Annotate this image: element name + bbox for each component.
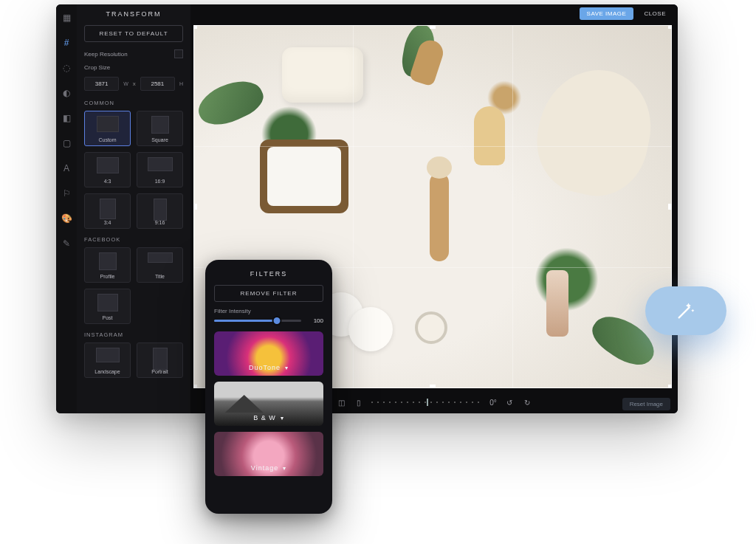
filters-title: FILTERS bbox=[214, 270, 323, 278]
width-suffix: W bbox=[123, 81, 128, 86]
close-button[interactable]: CLOSE bbox=[638, 7, 672, 20]
section-facebook-label: FACEBOOK bbox=[84, 236, 183, 243]
rotate-cw-icon[interactable]: ↻ bbox=[522, 397, 532, 407]
adjust-icon[interactable]: ◐ bbox=[61, 87, 72, 99]
chevron-down-icon: ▾ bbox=[281, 415, 284, 421]
preset-ig-landscape[interactable]: Landscape bbox=[84, 342, 131, 378]
text-icon[interactable]: A bbox=[61, 162, 72, 174]
filters-panel: FILTERS REMOVE FILTER Filter Intensity 1… bbox=[205, 260, 332, 514]
preset-fb-profile[interactable]: Profile bbox=[84, 247, 131, 283]
preset-4-3[interactable]: 4:3 bbox=[84, 152, 131, 187]
section-instagram-label: INSTAGRAM bbox=[84, 331, 183, 338]
chevron-down-icon: ▾ bbox=[285, 365, 289, 371]
height-suffix: H bbox=[179, 81, 183, 86]
save-image-button[interactable]: SAVE IMAGE bbox=[580, 7, 634, 20]
filter-label: DuoTone bbox=[249, 364, 281, 371]
brush-icon[interactable]: ✎ bbox=[61, 238, 72, 249]
frame-icon[interactable]: ▢ bbox=[61, 137, 72, 149]
preset-custom[interactable]: Custom bbox=[84, 111, 131, 146]
chevron-down-icon: ▾ bbox=[283, 465, 286, 472]
flip-vertical-icon[interactable]: ▯ bbox=[354, 397, 364, 407]
slider-knob[interactable] bbox=[272, 316, 281, 326]
topbar: SAVE IMAGE CLOSE bbox=[190, 4, 678, 22]
flip-horizontal-icon[interactable]: ◫ bbox=[336, 397, 346, 407]
remove-filter-button[interactable]: REMOVE FILTER bbox=[214, 285, 323, 302]
section-common-label: COMMON bbox=[84, 100, 183, 106]
keep-resolution-checkbox[interactable] bbox=[174, 49, 183, 58]
keep-resolution-label: Keep Resolution bbox=[84, 51, 128, 58]
preset-9-16[interactable]: 9:16 bbox=[137, 193, 183, 229]
rotate-ccw-icon[interactable]: ↺ bbox=[504, 397, 515, 407]
dim-separator: x bbox=[133, 80, 136, 87]
preset-fb-post[interactable]: Post bbox=[84, 289, 131, 324]
magic-wand-icon bbox=[676, 300, 696, 321]
filter-label: B & W bbox=[253, 414, 276, 421]
crop-width-input[interactable]: 3871 bbox=[84, 77, 119, 91]
reset-to-default-button[interactable]: RESET TO DEFAULT bbox=[84, 25, 183, 42]
tool-rail: ▦ # ◌ ◐ ◧ ▢ A ⚐ 🎨 ✎ bbox=[56, 4, 77, 413]
preset-16-9[interactable]: 16:9 bbox=[137, 152, 183, 187]
preset-grid-facebook: Profile Title Post bbox=[84, 247, 183, 324]
panel-title: TRANSFORM bbox=[84, 10, 183, 18]
filter-intensity-slider[interactable] bbox=[214, 320, 301, 322]
grid-icon[interactable]: ▦ bbox=[61, 12, 72, 24]
reset-image-button[interactable]: Reset Image bbox=[622, 398, 670, 410]
preset-ig-portrait[interactable]: Portrait bbox=[137, 342, 183, 378]
preset-square[interactable]: Square bbox=[137, 111, 183, 146]
filter-vintage[interactable]: Vintage▾ bbox=[214, 432, 323, 476]
filter-intensity-label: Filter Intensity bbox=[214, 308, 323, 314]
crop-size-label: Crop Size bbox=[84, 64, 110, 71]
crop-icon[interactable]: # bbox=[61, 37, 72, 49]
darkroom-icon[interactable]: ◧ bbox=[61, 112, 72, 124]
magic-wand-fab[interactable] bbox=[645, 286, 726, 335]
filter-label: Vintage bbox=[251, 464, 278, 472]
palette-icon[interactable]: 🎨 bbox=[61, 213, 72, 224]
preset-grid-common: Custom Square 4:3 16:9 3:4 9:16 bbox=[84, 111, 183, 229]
filter-duotone[interactable]: DuoTone▾ bbox=[214, 331, 323, 376]
preset-3-4[interactable]: 3:4 bbox=[84, 193, 131, 229]
bookmark-icon[interactable]: ⚐ bbox=[61, 187, 72, 199]
preset-grid-instagram: Landscape Portrait bbox=[84, 342, 183, 378]
filter-intensity-value: 100 bbox=[307, 317, 323, 324]
editor-window: ▦ # ◌ ◐ ◧ ▢ A ⚐ 🎨 ✎ TRANSFORM RESET TO D… bbox=[56, 4, 678, 413]
rotation-slider[interactable] bbox=[371, 402, 482, 403]
preset-fb-title[interactable]: Title bbox=[137, 247, 183, 283]
rotation-value: 0° bbox=[489, 399, 497, 407]
filter-bw[interactable]: B & W▾ bbox=[214, 382, 323, 426]
transform-panel: TRANSFORM RESET TO DEFAULT Keep Resoluti… bbox=[77, 4, 190, 413]
droplet-icon[interactable]: ◌ bbox=[61, 62, 72, 74]
crop-height-input[interactable]: 2581 bbox=[140, 77, 175, 91]
